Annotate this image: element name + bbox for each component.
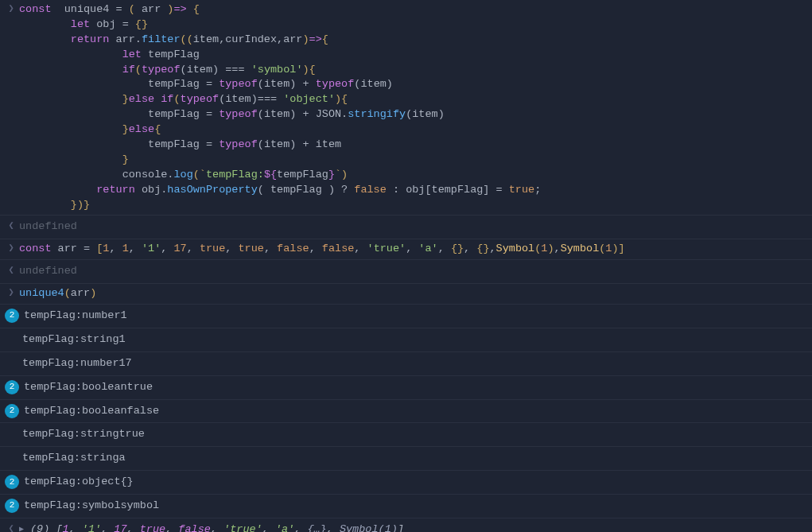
console-input-row[interactable]: const arr = [1, 1, '1', 17, true, true, … — [0, 239, 812, 260]
console-log-row: 2tempFlag:symbolsymbol — [0, 495, 812, 518]
log-message: tempFlag:booleantrue — [24, 380, 812, 395]
undefined-output: undefined — [19, 264, 812, 279]
output-caret-icon — [3, 219, 19, 233]
code-block: const unique4 = ( arr )=> { let obj = {}… — [19, 2, 812, 212]
console-log-row: 2tempFlag:booleantrue — [0, 376, 812, 400]
log-count-badge: 2 — [5, 309, 19, 323]
log-message: tempFlag:stringtrue — [22, 427, 812, 442]
input-caret-icon — [3, 242, 19, 255]
log-message: tempFlag:number17 — [22, 356, 812, 371]
log-message: tempFlag:string1 — [22, 332, 812, 348]
input-caret-icon — [3, 286, 19, 300]
output-caret-icon — [3, 522, 19, 532]
log-message: tempFlag:booleanfalse — [24, 404, 812, 419]
log-message: tempFlag:object{} — [24, 475, 812, 490]
console-log-row: 2tempFlag:object{} — [0, 471, 812, 495]
log-count-badge: 2 — [5, 499, 19, 513]
console-output-row: undefined — [0, 216, 812, 239]
console-log-row: tempFlag:number17 — [0, 352, 812, 376]
log-message: tempFlag:symbolsymbol — [24, 499, 812, 514]
console-result-row[interactable]: (9) [1, '1', 17, true, false, 'true', 'a… — [0, 518, 812, 532]
console-input-row[interactable]: unique4(arr) — [0, 284, 812, 305]
output-caret-icon — [3, 264, 19, 278]
console-log-row: tempFlag:stringtrue — [0, 423, 812, 447]
code-line: unique4(arr) — [19, 286, 812, 301]
log-message: tempFlag:stringa — [22, 451, 812, 466]
console-log-row: tempFlag:stringa — [0, 447, 812, 471]
undefined-output: undefined — [19, 219, 812, 235]
console-log-row: 2tempFlag:number1 — [0, 305, 812, 328]
input-caret-icon — [3, 2, 19, 16]
console-log-row: 2tempFlag:booleanfalse — [0, 400, 812, 424]
result-array: (9) [1, '1', 17, true, false, 'true', 'a… — [30, 522, 812, 532]
expand-triangle-icon[interactable] — [19, 522, 30, 532]
console-input-row[interactable]: const unique4 = ( arr )=> { let obj = {}… — [0, 0, 812, 216]
code-line: const arr = [1, 1, '1', 17, true, true, … — [19, 242, 812, 257]
console-output-row: undefined — [0, 260, 812, 284]
log-count-badge: 2 — [5, 380, 19, 394]
console-log-row: tempFlag:string1 — [0, 328, 812, 352]
log-count-badge: 2 — [5, 475, 19, 489]
log-count-badge: 2 — [5, 404, 19, 418]
log-message: tempFlag:number1 — [24, 309, 812, 324]
